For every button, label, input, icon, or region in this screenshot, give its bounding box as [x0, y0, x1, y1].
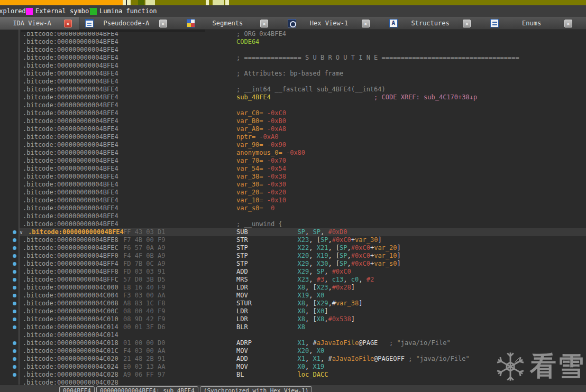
- listing-line[interactable]: .bitcode:000000000004C000E8 16 40 F9LDR …: [0, 284, 586, 292]
- listing-line[interactable]: .bitcode:000000000004BFE4anonymous_0= -0…: [0, 149, 586, 157]
- listing-line[interactable]: .bitcode:000000000004C01801 00 00 D0ADRP…: [0, 339, 586, 347]
- code-segment: ADD: [236, 268, 298, 275]
- code-segment: STP: [236, 244, 298, 251]
- code-segment: MOV: [236, 363, 298, 370]
- status-cell: 000000000004BFE4: sub_4BFE4: [96, 386, 198, 392]
- code-segment: X23: [298, 236, 309, 244]
- code-segment: X8: [298, 284, 305, 291]
- line-content: LDR X8, [X8,#0x538]: [236, 315, 355, 323]
- listing-line[interactable]: .bitcode:000000000004C014: [0, 331, 586, 339]
- listing-line[interactable]: .bitcode:000000000004BFE8F7 4B 00 F9STR …: [0, 236, 586, 244]
- listing-line[interactable]: .bitcode:000000000004C00C08 00 40 F9LDR …: [0, 307, 586, 315]
- listing-line[interactable]: .bitcode:000000000004BFF8FD 03 03 91ADD …: [0, 268, 586, 276]
- line-address: .bitcode:000000000004BFF4: [23, 260, 118, 268]
- marker-dot: [13, 254, 16, 258]
- tab-pseudocode-a[interactable]: Pseudocode-A✕: [79, 17, 181, 30]
- tab-close-button[interactable]: ✕: [260, 20, 268, 27]
- listing-line[interactable]: .bitcode:000000000004BFE4var_s0= 0: [0, 204, 586, 212]
- code-segment: ADRP: [236, 339, 298, 347]
- line-address: .bitcode:000000000004BFE4: [23, 109, 118, 117]
- line-address: .bitcode:000000000004BFFC: [23, 276, 118, 284]
- line-bytes: F4 03 00 AA: [123, 347, 165, 355]
- listing-line[interactable]: .bitcode:000000000004BFE4var_90= -0x90: [0, 141, 586, 149]
- code-segment: , [: [328, 252, 340, 259]
- line-address: .bitcode:000000000004BFE4: [23, 204, 118, 212]
- listing-line[interactable]: .bitcode:000000000004BFE4var_70= -0x70: [0, 157, 586, 165]
- listing-line[interactable]: .bitcode:000000000004BFE4: [0, 46, 586, 54]
- listing-line[interactable]: .bitcode:000000000004BFE4; Attributes: b…: [0, 70, 586, 78]
- listing-line[interactable]: .bitcode:000000000004BFE4nptr= -0xA0: [0, 133, 586, 141]
- line-address: .bitcode:000000000004C018: [23, 339, 118, 347]
- tab-segments[interactable]: Segments✕: [181, 17, 282, 30]
- listing-line[interactable]: .bitcode:000000000004BFE4var_20= -0x20: [0, 189, 586, 197]
- line-content: var_10= -0x10: [236, 197, 286, 204]
- listing-line[interactable]: .bitcode:000000000004BFE4var_A8= -0xA8: [0, 125, 586, 133]
- code-segment: -0xC0: [267, 109, 286, 117]
- collapse-arrow-icon[interactable]: ∨: [20, 228, 23, 236]
- code-segment: ]: [351, 284, 355, 291]
- tab-structures[interactable]: Structures✕: [383, 17, 485, 30]
- listing-line[interactable]: .bitcode:000000000004BFE4sub_4BFE4 ; COD…: [0, 94, 586, 101]
- code-segment: X21: [317, 244, 328, 251]
- line-address: .bitcode:000000000004BFE4: [23, 173, 118, 181]
- code-segment: [378, 339, 389, 347]
- listing-line[interactable]: .bitcode:000000000004BFE4var_30= -0x30: [0, 181, 586, 189]
- listing-line[interactable]: .bitcode:000000000004BFE4var_B0= -0xB0: [0, 117, 586, 125]
- code-segment: -0xB0: [267, 117, 286, 125]
- listing-line[interactable]: .bitcode:000000000004BFE4; =============…: [0, 54, 586, 62]
- tab-close-button[interactable]: ✕: [564, 20, 572, 27]
- tab-close-button[interactable]: ✕: [463, 20, 471, 27]
- line-address: .bitcode:000000000004C028: [23, 371, 118, 379]
- tab-label: Structures: [398, 20, 463, 27]
- tab-ida-view-a[interactable]: IDA View-A✕: [0, 17, 79, 30]
- code-segment: X19: [313, 363, 325, 370]
- listing-line[interactable]: .bitcode:000000000004BFE4; __int64 __fas…: [0, 86, 586, 94]
- tab-close-button[interactable]: ✕: [362, 20, 370, 27]
- listing-line[interactable]: .bitcode:000000000004C008A8 83 1C F8STUR…: [0, 300, 586, 307]
- code-segment: X8: [298, 300, 305, 307]
- line-address: .bitcode:000000000004BFF0: [23, 252, 118, 260]
- listing-line[interactable]: .bitcode:000000000004BFE4var_54= -0x54: [0, 165, 586, 173]
- listing-line[interactable]: .bitcode:000000000004BFFC57 D0 3B D5MRS …: [0, 276, 586, 284]
- listing-line[interactable]: .bitcode:000000000004BFF0F4 4F 0B A9STP …: [0, 252, 586, 260]
- code-segment: X8: [317, 315, 324, 323]
- code-segment: ,: [309, 260, 316, 267]
- listing-line[interactable]: .bitcode:000000000004BFE4: [0, 78, 586, 86]
- listing-line[interactable]: .bitcode:000000000004BFE4: [0, 101, 586, 109]
- listing-line[interactable]: .bitcode:000000000004C01008 9D 42 F9LDR …: [0, 315, 586, 323]
- listing-line[interactable]: ∨.bitcode:000000000004BFE4FF 43 03 D1SUB…: [0, 228, 586, 236]
- code-segment: STP: [236, 252, 298, 259]
- listing-line[interactable]: .bitcode:000000000004BFECF6 57 0A A9STP …: [0, 244, 586, 252]
- listing-line[interactable]: .bitcode:000000000004BFE4; __unwind {: [0, 220, 586, 228]
- code-segment: ,: [305, 228, 313, 236]
- code-segment: ; Attributes: bp-based frame: [236, 70, 343, 77]
- marker-dot: [13, 262, 16, 266]
- tab-close-button[interactable]: ✕: [159, 20, 167, 27]
- code-segment: #0x28: [332, 284, 351, 291]
- code-segment: X1: [298, 339, 305, 347]
- listing-line[interactable]: .bitcode:000000000004BFE4: [0, 62, 586, 70]
- code-segment: ADD: [236, 355, 298, 362]
- listing-line[interactable]: .bitcode:000000000004BFE4var_C0= -0xC0: [0, 109, 586, 117]
- tab-close-button[interactable]: ✕: [64, 20, 72, 27]
- listing-line[interactable]: .bitcode:000000000004BFE4var_38= -0x38: [0, 173, 586, 181]
- code-segment: MRS: [236, 276, 298, 283]
- line-content: var_30= -0x30: [236, 181, 286, 189]
- legend-item: Lumina function: [90, 5, 157, 17]
- listing-line[interactable]: .bitcode:000000000004C01400 01 3F D6BLR …: [0, 323, 586, 331]
- code-segment: aJavaIoFile: [317, 339, 359, 347]
- code-segment: #0xC0: [332, 268, 351, 275]
- listing-line[interactable]: .bitcode:000000000004BFE4CODE64: [0, 38, 586, 46]
- tab-hex-view-1[interactable]: Hex View-1✕: [282, 17, 383, 30]
- listing-line[interactable]: .bitcode:000000000004BFE4var_10= -0x10: [0, 197, 586, 204]
- line-bytes: F4 4F 0B A9: [123, 252, 165, 260]
- nav-band-segment: [225, 0, 229, 5]
- tab-enums[interactable]: Enums✕: [484, 17, 586, 30]
- listing-line[interactable]: .bitcode:000000000004C004F3 03 00 AAMOV …: [0, 292, 586, 300]
- navigator-band[interactable]: [0, 0, 586, 5]
- listing-line[interactable]: .bitcode:000000000004BFE4: [0, 212, 586, 220]
- line-content: ADD X29, SP, #0xC0: [236, 268, 351, 276]
- line-content: LDR X8, [X0]: [236, 307, 328, 315]
- listing-line[interactable]: .bitcode:000000000004BFF4FD 7B 0C A9STP …: [0, 260, 586, 268]
- code-segment: SP: [340, 252, 347, 259]
